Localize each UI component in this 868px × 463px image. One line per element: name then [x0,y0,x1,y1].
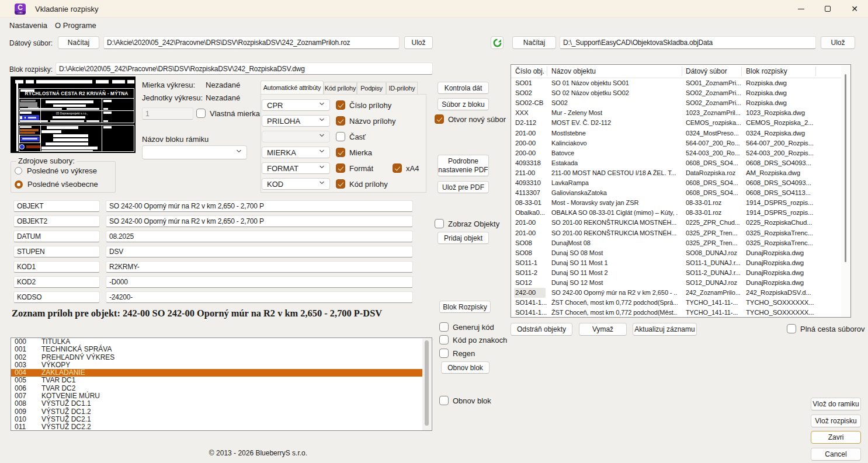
attribute-checkbox[interactable]: Názvo prílohy [336,116,395,126]
zobraz-objekty-checkbox[interactable]: Zobraz Objekty [435,219,499,228]
field-value-input[interactable]: -24200- [106,291,413,303]
field-value-input[interactable]: R2KRMY- [106,261,413,273]
load-objects-file-button[interactable]: Načítaj [512,36,556,49]
object-row[interactable]: D2-112 MOST EV. Č. D2-112 CEMOS_rozpiska… [511,118,842,128]
vloz-do-ramiku-button[interactable]: Vlož do ramiku [811,398,861,410]
tab-id-prilohy[interactable]: ID-prilohy [386,82,418,94]
radio-posledne-vseobecne[interactable]: Posledné všeobecne [15,180,98,189]
object-row[interactable]: 201-00 MostIstebne 0324_MostPreso... 032… [511,128,842,138]
attribute-checkbox[interactable]: Časť [336,132,366,141]
object-row[interactable]: 4093310 LavkaRampa 0608_DRS_SO4... 0608_… [511,178,842,188]
object-row[interactable]: 200-00 Kalinciakovo 564-007_200_Ro... 56… [511,138,842,148]
object-row[interactable]: 211-00 211-00 MOST NAD CESTOU I/18 A ŽEL… [511,168,842,178]
tab-podpisy[interactable]: Podpisy [357,82,386,94]
attribute-combo[interactable]: CPR [262,99,330,111]
field-name-input[interactable]: KODSO [13,291,100,303]
attribute-checkbox[interactable]: Kód prílohy [336,179,388,189]
field-name-input[interactable]: KOD1 [13,261,100,273]
objects-table-scrollbar[interactable] [841,65,850,317]
object-row[interactable]: SO08 DunajMost 08 0325_ZPR_Tren... 0325_… [511,238,842,248]
objects-file-path-input[interactable]: D:\_Support\EasyCAD\ObjektovaSkladba.obj… [560,36,816,49]
object-row[interactable]: 200-00 Batovce 524-003_200_Ro... 524-003… [511,148,842,158]
subor-z-bloku-button[interactable]: Súbor z bloku [438,98,489,110]
field-name-input[interactable]: DATUM [13,231,100,242]
tab-automaticke-attributy[interactable]: Automatické attribúty [261,81,324,94]
attachments-scrollbar-thumb[interactable] [425,340,429,426]
field-value-input[interactable]: DSV [106,246,413,257]
data-file-path-input[interactable]: D:\Akcie\2020\05_242\Pracovne\DRS\DSV\Ro… [103,36,400,49]
aktualizuj-zaznamu-button[interactable]: Aktualizuj záznamu [633,323,697,336]
tab-kod-prilohy[interactable]: Kód prílohy [324,82,357,94]
attachment-item[interactable]: 011 VÝSTUŽ DC2.2 [11,423,432,431]
field-name-input[interactable]: OBJEKT [13,200,100,212]
object-row[interactable]: SO01 SO 01 Názov objektu SO01 SO01_Zozna… [511,78,842,88]
field-name-input[interactable]: STUPEN [13,246,100,257]
attribute-combo[interactable]: KOD [262,178,330,190]
attachment-item[interactable]: 001 TECHNICKÁ SPRÁVA [11,346,432,353]
attribute-combo[interactable]: PRILOHA [262,115,330,127]
block-rozpisky-path-input[interactable]: D:\Akcie\2020\05_242\Pracovne\DRS\DSV\Ro… [55,62,433,75]
attribute-combo[interactable]: FORMAT [262,162,330,174]
scale-input[interactable]: 1 [142,107,193,120]
column-header-nazov-objektu[interactable]: Názov objektu [551,65,678,78]
kod-po-znakoch-checkbox[interactable]: Kód po znakoch [439,335,507,344]
object-row[interactable]: 4113307 GaliovianskaZatoka 0608_DRS_SO4.… [511,188,842,198]
attribute-checkbox[interactable]: Mierka [336,148,372,157]
menu-nastavenia[interactable]: Nastavenia [9,19,47,32]
xa4-checkbox[interactable]: xA4 [393,163,419,173]
attachment-item[interactable]: 008 VÝSTUŽ DC1.1 [11,400,432,408]
object-row[interactable]: SO12 Dunaj SO 12 Most SO12_DUNAJ.roz Dun… [511,278,842,288]
odstran-objekty-button[interactable]: Odstráň objekty [511,323,572,336]
vymaz-button[interactable]: Vymaž [579,323,627,336]
vloz-rozpisku-button[interactable]: Vlož rozpisku [811,415,861,427]
object-row[interactable]: 201-00 SO 201-00 REKONŠTRUKCIA MOSTNÉH..… [511,218,842,228]
plna-cesta-suborov-checkbox[interactable]: Plná cesta súborov [787,324,865,333]
minimize-button[interactable] [787,0,814,18]
regen-checkbox[interactable]: Regen [439,349,475,358]
attachments-scrollbar[interactable] [422,339,431,431]
attachments-listbox[interactable]: 000 TITULKA 001 TECHNICKÁ SPRÁVA 002 PRE… [11,337,432,431]
object-row[interactable]: SO08 Dunaj SO 08 Most SO08_DUNAJ.roz Dun… [511,248,842,258]
field-value-input[interactable]: SO 242-00 Oporný múr na R2 v km 2,650 - … [106,215,413,227]
object-row[interactable]: 08-33-01 Most - Moravsky svaty jan ZSR 0… [511,198,842,208]
podrobne-nastavenie-pdf-button[interactable]: Podrobne nastavenie PDF [438,155,489,176]
attachment-item[interactable]: 002 PREHĽADNÝ VÝKRES [11,354,432,361]
object-row[interactable]: 201-00 SO 201-00 REKONŠTRUKCIA MOSTNÉH..… [511,228,842,238]
radio-posledne-vo-vykrese[interactable]: Posledné vo výkrese [15,166,97,175]
save-objects-file-button[interactable]: Ulož [821,36,855,49]
object-row[interactable]: SO02 SO 02 Názov objetku SO02 SO02_Zozna… [511,88,842,98]
column-header-datovy-subor[interactable]: Dátový súbor [686,65,741,78]
close-button[interactable]: ✕ [841,0,868,18]
objects-table-scrollbar-thumb[interactable] [845,74,846,262]
field-name-input[interactable]: OBJEKT2 [13,215,100,227]
attribute-checkbox[interactable]: Formát [336,163,373,173]
attribute-checkbox[interactable]: Číslo prílohy [336,100,391,110]
object-row[interactable]: 4093318 Estakada 0608_DRS_SO4... 0608_DR… [511,158,842,168]
field-value-input[interactable]: SO 242-00 Oporný múr na R2 v km 2,650 - … [106,200,413,212]
obnov-blok-button[interactable]: Obnov blok [441,361,489,374]
attribute-combo[interactable]: MIERKA [262,147,330,158]
attachment-item[interactable]: 009 VÝSTUŽ DC1.2 [11,408,432,416]
column-header-blok-rozpisky[interactable]: Blok rozpisky [746,65,821,78]
object-row[interactable]: SO11-1 Dunaj SO 11 Most 1 SO11-1_DUNAJ.r… [511,258,842,268]
object-row[interactable]: SO11-2 Dunaj SO 11 Most 2 SO11-2_DUNAJ.r… [511,268,842,278]
attribute-combo[interactable] [262,131,330,142]
column-header-cislo-obj[interactable]: Číslo obj. [515,65,547,78]
object-row[interactable]: SO141-1... ŽST Choceň, most km 0,772 pod… [511,308,842,318]
object-row[interactable]: XXX Mur - Zeleny Most 1023_ZoznamPril...… [511,108,842,118]
refresh-objects-button[interactable] [491,36,504,49]
attachment-item[interactable]: 005 TVAR DC1 [11,377,432,384]
load-data-file-button[interactable]: Načítaj [58,36,99,49]
uloz-pre-pdf-button[interactable]: Ulož pre PDF [438,181,489,193]
object-row[interactable]: SO141-1... ŽST Choceň, most km 0,772 pod… [511,298,842,308]
otvor-novy-subor-checkbox[interactable]: Otvor nový súbor [435,114,506,124]
attachment-item[interactable]: 003 VÝKOPY [11,361,432,369]
field-value-input[interactable]: 08.2025 [106,231,413,242]
save-data-file-button[interactable]: Ulož [404,36,433,49]
field-value-input[interactable]: -D000 [106,276,413,288]
object-row[interactable]: SO02-CB SO02 SO02_ZoznamPri... Rozpiska.… [511,98,842,108]
obnov-blok-checkbox[interactable]: Obnov blok [439,396,491,405]
zavri-button[interactable]: Zavri [811,431,861,444]
blok-rozpisky-button[interactable]: Blok Rozpisky [439,301,491,313]
objects-table[interactable]: Číslo obj. Názov objektu Dátový súbor Bl… [511,64,851,318]
